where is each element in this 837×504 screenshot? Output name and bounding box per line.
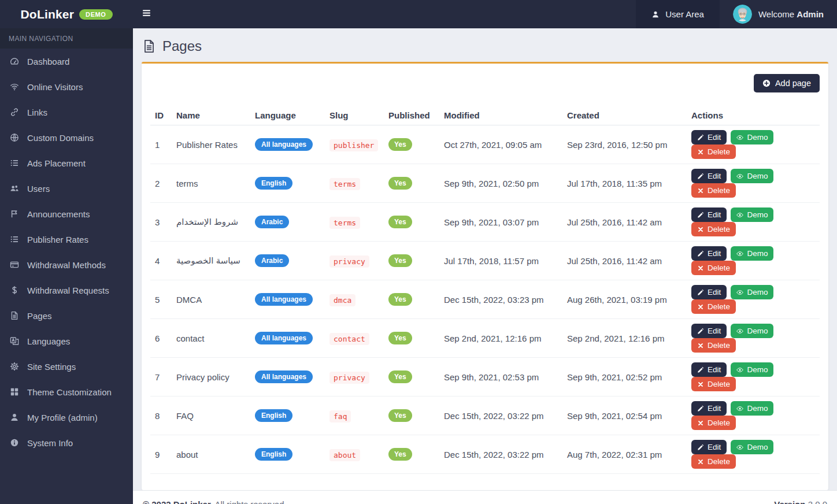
sidebar-item-dashboard[interactable]: Dashboard xyxy=(0,49,133,74)
edit-button[interactable]: Edit xyxy=(691,130,727,144)
delete-button[interactable]: Delete xyxy=(691,299,736,314)
published-badge: Yes xyxy=(388,138,412,151)
edit-button[interactable]: Edit xyxy=(691,362,727,377)
cell-language: Arabic xyxy=(250,203,325,242)
cell-created: Jul 25th, 2016, 11:42 am xyxy=(562,203,687,242)
cell-modified: Dec 15th, 2022, 03:23 pm xyxy=(439,280,562,319)
column-header-language: Language xyxy=(250,106,325,125)
demo-button[interactable]: Demo xyxy=(731,401,773,416)
demo-button[interactable]: Demo xyxy=(731,246,773,261)
edit-button[interactable]: Edit xyxy=(691,440,727,454)
cell-actions: Edit Demo Delete xyxy=(687,203,820,242)
footer-version: Version 3.0.0 xyxy=(774,499,827,504)
sidebar-item-pages[interactable]: Pages xyxy=(0,303,133,328)
sidebar-item-publisher-rates[interactable]: Publisher Rates xyxy=(0,227,133,252)
sidebar-toggle-button[interactable] xyxy=(133,0,160,28)
demo-button[interactable]: Demo xyxy=(731,207,773,222)
delete-button[interactable]: Delete xyxy=(691,338,736,353)
sidebar-item-label: Dashboard xyxy=(27,57,69,66)
cell-language: English xyxy=(250,164,325,203)
demo-button[interactable]: Demo xyxy=(731,169,773,183)
edit-button[interactable]: Edit xyxy=(691,207,727,222)
eye-icon xyxy=(736,405,743,412)
demo-button[interactable]: Demo xyxy=(731,440,773,454)
wifi-icon xyxy=(9,82,20,91)
cell-slug: dmca xyxy=(325,280,384,319)
delete-button[interactable]: Delete xyxy=(691,416,736,430)
edit-button[interactable]: Edit xyxy=(691,169,727,183)
cell-slug: terms xyxy=(325,203,384,242)
x-icon xyxy=(697,420,704,427)
sidebar-item-my-profile-admin[interactable]: My Profile (admin) xyxy=(0,405,133,430)
demo-button[interactable]: Demo xyxy=(731,285,773,299)
delete-button[interactable]: Delete xyxy=(691,377,736,391)
slug-code: about xyxy=(329,449,360,461)
slug-code: publisher xyxy=(329,139,378,151)
cell-slug: contact xyxy=(325,319,384,358)
edit-button[interactable]: Edit xyxy=(691,401,727,416)
demo-button[interactable]: Demo xyxy=(731,362,773,377)
table-row: 5 DMCA All languages dmca Yes Dec 15th, … xyxy=(150,280,820,319)
table-row: 7 Privacy policy All languages privacy Y… xyxy=(150,358,820,396)
sidebar-item-label: Ads Placement xyxy=(27,158,86,168)
published-badge: Yes xyxy=(388,332,412,344)
edit-button[interactable]: Edit xyxy=(691,324,727,338)
cell-name: شروط الإستخدام xyxy=(172,203,250,242)
cell-actions: Edit Demo Delete xyxy=(687,164,820,203)
cell-published: Yes xyxy=(384,319,439,358)
cell-actions: Edit Demo Delete xyxy=(687,358,820,396)
demo-button[interactable]: Demo xyxy=(731,324,773,338)
add-page-button[interactable]: Add page xyxy=(754,74,820,92)
sidebar-item-languages[interactable]: Languages xyxy=(0,328,133,354)
brand[interactable]: DoLinker DEMO xyxy=(0,0,133,28)
delete-button[interactable]: Delete xyxy=(691,261,736,275)
sidebar-item-system-info[interactable]: System Info xyxy=(0,430,133,455)
published-badge: Yes xyxy=(388,448,412,461)
sidebar-item-online-visitors[interactable]: Online Visitors xyxy=(0,74,133,99)
edit-button[interactable]: Edit xyxy=(691,246,727,261)
edit-button[interactable]: Edit xyxy=(691,285,727,299)
cell-modified: Oct 27th, 2021, 09:05 am xyxy=(439,125,562,164)
sidebar-item-announcements[interactable]: Announcements xyxy=(0,201,133,227)
user-area-button[interactable]: User Area xyxy=(636,0,720,28)
file-icon xyxy=(9,311,20,320)
cell-actions: Edit Demo Delete xyxy=(687,396,820,435)
cell-slug: privacy xyxy=(325,358,384,396)
slug-code: dmca xyxy=(329,294,355,306)
list-icon xyxy=(9,235,20,244)
card-toolbar: Add page xyxy=(150,74,820,92)
welcome-menu[interactable]: Welcome Admin xyxy=(720,0,837,28)
cell-id: 3 xyxy=(150,203,172,242)
delete-button[interactable]: Delete xyxy=(691,222,736,236)
sidebar-item-links[interactable]: Links xyxy=(0,99,133,125)
sidebar-item-withdrawal-requests[interactable]: Withdrawal Requests xyxy=(0,277,133,303)
sidebar-item-withdrawal-methods[interactable]: Withdrawal Methods xyxy=(0,252,133,277)
cell-modified: Dec 15th, 2022, 03:22 pm xyxy=(439,396,562,435)
sidebar-item-site-settings[interactable]: Site Settings xyxy=(0,354,133,379)
dollar-icon xyxy=(9,286,20,295)
sidebar-item-ads-placement[interactable]: Ads Placement xyxy=(0,150,133,176)
sidebar-item-label: My Profile (admin) xyxy=(27,413,98,423)
cell-language: All languages xyxy=(250,280,325,319)
delete-button[interactable]: Delete xyxy=(691,454,736,469)
sidebar-item-custom-domains[interactable]: Custom Domains xyxy=(0,125,133,150)
plus-icon xyxy=(762,79,771,87)
demo-button[interactable]: Demo xyxy=(731,130,773,144)
language-badge: Arabic xyxy=(255,254,289,267)
footer-copyright: © 2022 DoLinker. All rights reserved. xyxy=(143,499,287,504)
delete-button[interactable]: Delete xyxy=(691,144,736,159)
sidebar-item-theme-customization[interactable]: Theme Customization xyxy=(0,379,133,405)
sidebar-item-users[interactable]: Users xyxy=(0,176,133,201)
users-icon xyxy=(9,184,20,193)
eye-icon xyxy=(736,173,743,180)
eye-icon xyxy=(736,366,743,373)
pencil-icon xyxy=(697,405,704,412)
cell-actions: Edit Demo Delete xyxy=(687,435,820,474)
published-badge: Yes xyxy=(388,254,412,267)
cell-modified: Jul 17th, 2018, 11:57 pm xyxy=(439,242,562,280)
slug-code: privacy xyxy=(329,372,369,384)
cell-published: Yes xyxy=(384,358,439,396)
delete-button[interactable]: Delete xyxy=(691,183,736,198)
cell-name: about xyxy=(172,435,250,474)
cell-id: 2 xyxy=(150,164,172,203)
